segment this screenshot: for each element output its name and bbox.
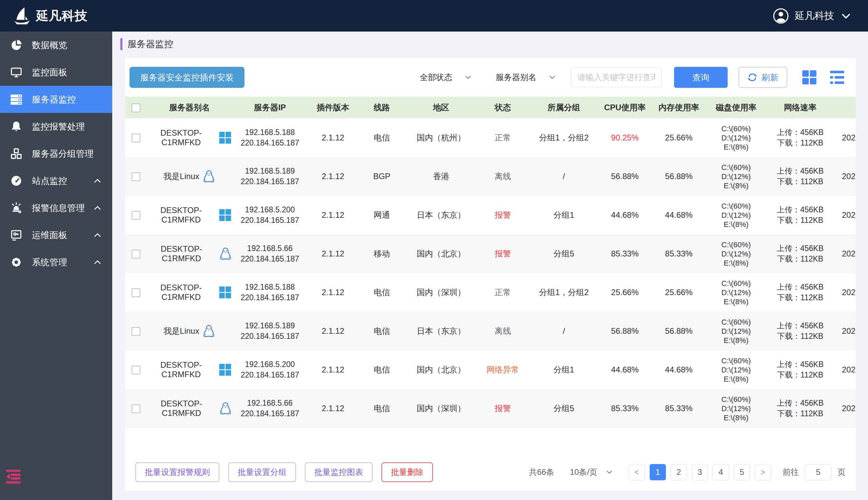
refresh-button[interactable]: 刷新	[739, 67, 787, 88]
page-button-3[interactable]: 3	[692, 464, 708, 480]
toolbar: 服务器安全监控插件安装 全部状态 服务器别名 查询	[125, 58, 856, 88]
memory-usage-cell: 85.33%	[651, 249, 707, 259]
avatar	[773, 8, 789, 24]
pagination: 共66条 10条/页 < 12345 > 前往 页	[529, 464, 846, 480]
page-button-2[interactable]: 2	[671, 464, 687, 480]
sidebar-item-site-monitor[interactable]: 站点监控	[0, 167, 112, 194]
refresh-icon	[747, 72, 757, 82]
table-row: DESKTOP-C1RMFKD192.168.5.66220.184.165.1…	[125, 389, 856, 428]
line-cell: 网通	[358, 209, 405, 220]
sidebar-item-alarm-info[interactable]: 报警信息管理	[0, 194, 112, 221]
status-cell: 正常	[477, 132, 529, 143]
page-size-select[interactable]: 10条/页	[570, 467, 614, 478]
sidebar-item-system-manage[interactable]: 系统管理	[0, 249, 112, 276]
sidebar-item-label: 监控报警处理	[32, 121, 102, 133]
sidebar-item-server-monitor[interactable]: 服务器监控	[0, 86, 112, 113]
disk-usage-cell: C:\(60%)D:\(12%)E:\(8%)	[707, 240, 765, 268]
bulk-action-button[interactable]: 批量设置分组	[228, 462, 296, 482]
sidebar-item-data-overview[interactable]: 数据概览	[0, 32, 112, 59]
clipped-date-cell: 202	[835, 210, 856, 220]
prev-page-button[interactable]: <	[629, 464, 645, 480]
select-all-checkbox[interactable]	[131, 103, 140, 112]
search-button[interactable]: 查询	[674, 67, 728, 88]
server-name-cell: DESKTOP-C1RMFKD	[147, 283, 232, 302]
plugin-version-cell: 2.1.12	[308, 288, 358, 297]
row-checkbox[interactable]	[131, 250, 140, 259]
sidebar-item-monitor-panel[interactable]: 监控面板	[0, 59, 112, 86]
install-plugin-button[interactable]: 服务器安全监控插件安装	[129, 67, 244, 88]
brand: 延凡科技	[12, 6, 88, 26]
cpu-usage-cell: 44.68%	[599, 210, 651, 220]
server-name: DESKTOP-C1RMFKD	[147, 128, 215, 147]
row-checkbox-cell	[125, 326, 147, 336]
page-button-1[interactable]: 1	[650, 464, 666, 480]
sidebar-item-label: 系统管理	[32, 257, 93, 268]
row-checkbox[interactable]	[131, 288, 140, 297]
row-checkbox[interactable]	[131, 404, 140, 413]
server-name: DESKTOP-C1RMFKD	[147, 283, 215, 302]
card-footer: 批量设置报警规则批量设置分组批量监控图表批量删除 共66条 10条/页 < 12…	[135, 462, 846, 482]
server-name-cell: 我是Linux	[147, 170, 232, 183]
server-name: DESKTOP-C1RMFKD	[147, 206, 215, 225]
memory-usage-cell: 25.66%	[651, 288, 707, 297]
server-name: 我是Linux	[163, 171, 199, 182]
memory-usage-cell: 25.66%	[651, 133, 707, 143]
goto-page-input[interactable]	[805, 464, 831, 480]
user-menu[interactable]: 延凡科技	[773, 8, 852, 24]
row-checkbox-cell	[125, 172, 147, 181]
column-header-cpu: CPU使用率	[599, 102, 651, 113]
chevron-up-icon	[93, 231, 102, 240]
table-row: DESKTOP-C1RMFKD192.168.5.200220.184.165.…	[125, 196, 856, 235]
sidebar-item-server-group[interactable]: 服务器分组管理	[0, 140, 112, 167]
goto-prefix: 前往	[783, 467, 799, 478]
plugin-version-cell: 2.1.12	[308, 326, 358, 336]
disk-usage-cell: C:\(60%)D:\(12%)E:\(8%)	[707, 356, 765, 384]
clipped-date-cell: 202	[835, 404, 856, 413]
sidebar-item-label: 监控面板	[32, 67, 102, 78]
table-row: DESKTOP-C1RMFKD192.168.5.200220.184.165.…	[125, 350, 856, 389]
table-row: DESKTOP-C1RMFKD192.168.5.188220.184.165.…	[125, 118, 856, 157]
page-button-4[interactable]: 4	[713, 464, 729, 480]
group-cell: 分组1	[529, 364, 599, 375]
plugin-version-cell: 2.1.12	[308, 210, 358, 220]
windows-logo-icon	[218, 208, 232, 222]
row-checkbox[interactable]	[131, 211, 140, 220]
cpu-usage-cell: 85.33%	[599, 249, 651, 259]
bell-icon	[9, 119, 24, 134]
bulk-action-button[interactable]: 批量设置报警规则	[135, 462, 219, 482]
network-rate-cell: 上传：456KB下载：112KB	[765, 359, 835, 380]
clipped-date-cell: 202	[835, 365, 856, 375]
disk-usage-cell: C:\(60%)D:\(12%)E:\(8%)	[707, 279, 765, 306]
collapse-sidebar-icon[interactable]	[5, 469, 22, 483]
row-checkbox[interactable]	[131, 172, 140, 181]
table-row: 我是Linux192.168.5.189220.184.165.1872.1.1…	[125, 157, 856, 196]
field-filter-select[interactable]: 服务器别名	[496, 72, 557, 83]
table-row: DESKTOP-C1RMFKD192.168.5.66220.184.165.1…	[125, 235, 856, 273]
row-checkbox-cell	[125, 133, 147, 143]
page-title: 服务器监控	[112, 32, 868, 57]
linux-tux-icon	[202, 170, 216, 183]
next-page-button[interactable]: >	[755, 464, 771, 480]
search-input[interactable]	[571, 68, 662, 87]
status-badge: 正常	[495, 288, 511, 297]
main-area: 服务器监控 服务器安全监控插件安装 全部状态 服务器别名 查询	[112, 32, 868, 500]
row-checkbox[interactable]	[131, 134, 140, 143]
bulk-actions: 批量设置报警规则批量设置分组批量监控图表批量删除	[135, 462, 433, 482]
row-checkbox[interactable]	[131, 327, 140, 336]
bulk-action-button[interactable]: 批量监控图表	[305, 462, 373, 482]
page-button-5[interactable]: 5	[734, 464, 750, 480]
cpu-usage-cell: 56.88%	[599, 172, 651, 181]
region-cell: 国内（北京）	[405, 248, 477, 259]
disk-usage-cell: C:\(60%)D:\(12%)E:\(8%)	[707, 124, 765, 152]
row-checkbox[interactable]	[131, 366, 140, 375]
bulk-delete-button[interactable]: 批量删除	[381, 462, 433, 482]
disk-usage-cell: C:\(60%)D:\(12%)E:\(8%)	[707, 163, 765, 190]
status-filter-select[interactable]: 全部状态	[420, 72, 473, 83]
plugin-version-cell: 2.1.12	[308, 404, 358, 413]
sidebar-item-alarm-handle[interactable]: 监控报警处理	[0, 113, 112, 140]
sidebar-item-ops-panel[interactable]: 运维面板	[0, 221, 112, 249]
status-cell: 报警	[477, 248, 529, 259]
list-view-icon[interactable]	[829, 69, 846, 86]
grid-view-icon[interactable]	[801, 69, 818, 86]
topbar: 延凡科技 延凡科技	[0, 0, 868, 32]
